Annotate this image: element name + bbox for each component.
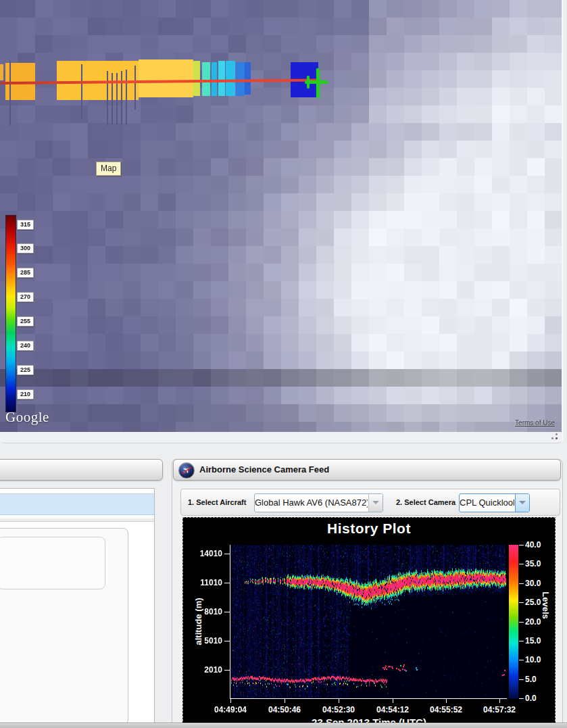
y-tick-mark (224, 554, 230, 554)
divider (0, 518, 154, 522)
camera-feed-toolbar: 1. Select Aircraft Global Hawk AV6 (NASA… (180, 489, 560, 516)
y-tick-label: 2010 (190, 665, 222, 675)
legend-tick-label: 255 (17, 316, 34, 326)
plot-colorbar (509, 545, 518, 699)
x-tick-label: 04:50:46 (261, 705, 308, 714)
colorbar-tick-mark (519, 564, 524, 564)
map-view[interactable]: 315300285270255240225210 Map Google Term… (0, 0, 562, 432)
select-aircraft-label: 1. Select Aircraft (188, 489, 246, 515)
colorbar-tick-mark (519, 660, 524, 660)
camera-feed-header: ✈ Airborne Science Camera Feed (173, 459, 561, 481)
camera-feed-panel: ✈ Airborne Science Camera Feed 1. Select… (172, 459, 563, 728)
x-tick-mark (393, 698, 393, 703)
curtain-segment (226, 61, 235, 96)
x-tick-label: 04:52:30 (315, 705, 362, 714)
curtain-segment (139, 59, 193, 97)
colorbar-tick-label: 35.0 (525, 559, 548, 568)
colorbar-tick-mark (519, 641, 524, 641)
colorbar-tick-mark (519, 602, 524, 603)
aircraft-dropdown[interactable]: Global Hawk AV6 (NASA872) (254, 493, 383, 512)
colorbar-tick-label: 40.0 (525, 540, 548, 550)
map-panel: 315300285270255240225210 Map Google Term… (0, 0, 563, 443)
aircraft-marker[interactable] (305, 68, 329, 98)
lidar-curtain-image (231, 545, 506, 698)
curtain-dropout-line (9, 61, 11, 125)
curtain-segment (245, 62, 251, 95)
plot-title: History Plot (183, 520, 555, 537)
y-tick-mark (224, 612, 230, 612)
x-tick-mark (446, 698, 447, 703)
legend-tick-label: 315 (17, 220, 34, 230)
terms-of-use-link[interactable]: Terms of Use (515, 419, 555, 427)
legend-tick-label: 300 (17, 243, 34, 253)
colorbar-tick-label: 15.0 (525, 636, 548, 646)
panel-title: Airborne Science Camera Feed (199, 460, 329, 480)
horizontal-splitter[interactable] (0, 723, 567, 728)
x-tick-mark (339, 698, 339, 703)
aircraft-dropdown-value: Global Hawk AV6 (NASA872) (255, 494, 368, 511)
legend-tick-label: 270 (17, 292, 34, 302)
resize-grip-icon[interactable] (547, 433, 558, 441)
x-tick-mark (499, 698, 500, 703)
x-tick-mark (230, 698, 231, 703)
left-panel (0, 459, 163, 728)
colorbar-tick-label: 10.0 (525, 655, 548, 664)
colorbar-tick-mark (519, 698, 524, 699)
flight-data-curtain (0, 0, 562, 432)
y-axis-title: altitude (m) (193, 575, 203, 669)
legend-tick-label: 285 (17, 268, 34, 278)
map-resize-strip (0, 433, 562, 442)
colorbar-tick-label: 25.0 (525, 598, 548, 607)
colorbar-tick-label: 20.0 (525, 617, 548, 627)
y-tick-label: 8010 (190, 607, 222, 616)
camera-dropdown-arrow[interactable] (515, 494, 529, 512)
colorbar-tick-label: 0.0 (525, 694, 548, 703)
left-inner-box-nested (0, 537, 105, 589)
colorbar-tick-mark (519, 679, 524, 680)
airborne-science-icon: ✈ (178, 462, 195, 479)
y-tick-mark (224, 670, 230, 671)
colorbar-tick-mark (519, 583, 524, 584)
colorbar-tick-mark (519, 545, 524, 545)
aircraft-dropdown-arrow[interactable] (368, 494, 383, 512)
history-plot: History Plot altitude (m) 23 Sep 2013 Ti… (182, 517, 556, 725)
x-tick-label: 04:54:12 (369, 705, 416, 714)
colorbar-tick-label: 30.0 (525, 579, 548, 588)
x-tick-mark (285, 698, 285, 703)
curtain-dropout-line (107, 71, 108, 125)
curtain-segment (0, 64, 3, 80)
legend-tick-label: 210 (17, 389, 34, 399)
curtain-dropout-line (134, 66, 136, 110)
left-panel-content (0, 488, 155, 724)
y-tick-mark (224, 583, 230, 583)
legend-gradient-bar (5, 215, 16, 412)
legend-tick-label: 240 (17, 341, 34, 351)
y-axis (230, 545, 230, 699)
y-tick-label: 5010 (190, 636, 222, 646)
curtain-dropout-line (121, 71, 122, 125)
left-inner-box (0, 528, 128, 725)
curtain-dropout-line (81, 64, 82, 118)
curtain-segment (218, 61, 225, 96)
y-tick-mark (224, 641, 230, 641)
curtain-segment (202, 62, 210, 96)
colorbar-tick-label: 5.0 (525, 675, 548, 684)
colorbar-tick-mark (519, 622, 524, 623)
curtain-segment (193, 61, 200, 96)
google-logo[interactable]: Google (5, 409, 49, 426)
y-tick-label: 11010 (190, 578, 222, 587)
left-panel-header (0, 459, 163, 481)
camera-dropdown-value: CPL Quicklook (460, 494, 514, 511)
temperature-color-legend: 315300285270255240225210 (5, 215, 41, 412)
selected-list-item[interactable] (0, 493, 154, 515)
curtain-dropout-line (126, 70, 127, 125)
x-tick-label: 04:49:04 (207, 705, 254, 714)
map-type-tooltip: Map (96, 162, 121, 176)
x-tick-label: 04:55:52 (422, 705, 470, 714)
aircraft-tail (307, 76, 310, 89)
y-tick-label: 14010 (190, 549, 222, 558)
legend-tick-label: 225 (17, 365, 34, 375)
aircraft-wing (316, 68, 320, 98)
select-camera-label: 2. Select Camera (396, 489, 455, 515)
camera-dropdown[interactable]: CPL Quicklook (459, 493, 530, 512)
